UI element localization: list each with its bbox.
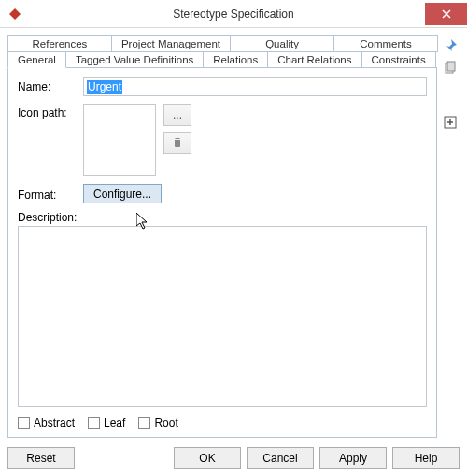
configure-button[interactable]: Configure... (83, 184, 162, 203)
checkbox-box (18, 417, 30, 429)
leaf-label: Leaf (104, 416, 125, 429)
reset-button[interactable]: Reset (7, 447, 75, 469)
browse-icon-button[interactable]: ... (163, 104, 191, 126)
apply-button[interactable]: Apply (319, 447, 387, 469)
delete-icon-button[interactable] (163, 132, 191, 154)
tab-quality[interactable]: Quality (230, 35, 334, 52)
icon-preview (83, 104, 156, 176)
format-label: Format: (18, 186, 76, 202)
tab-tagged-value-definitions[interactable]: Tagged Value Definitions (65, 51, 204, 68)
checkbox-box (138, 417, 150, 429)
ok-button[interactable]: OK (174, 447, 241, 469)
checkbox-box (88, 417, 100, 429)
tab-project-management[interactable]: Project Management (111, 35, 231, 52)
name-input-value: Urgent (87, 80, 122, 94)
side-toolbar (441, 35, 460, 438)
tab-general[interactable]: General (7, 51, 66, 68)
ellipsis-icon: ... (173, 108, 182, 121)
name-label: Name: (18, 77, 76, 93)
titlebar: Stereotype Specification (0, 0, 467, 28)
abstract-label: Abstract (34, 416, 75, 429)
tab-bar: References Project Management Quality Co… (7, 35, 437, 67)
description-label: Description: (18, 211, 427, 224)
copy-icon[interactable] (442, 60, 459, 77)
svg-rect-2 (447, 62, 455, 71)
window-title: Stereotype Specification (0, 7, 467, 21)
add-icon[interactable] (442, 114, 459, 131)
iconpath-label: Icon path: (18, 104, 76, 119)
leaf-checkbox[interactable]: Leaf (88, 416, 125, 429)
tab-chart-relations[interactable]: Chart Relations (267, 51, 361, 68)
cancel-button[interactable]: Cancel (247, 447, 314, 469)
dialog-button-bar: Reset OK Cancel Apply Help (7, 447, 460, 469)
trash-icon (172, 136, 183, 150)
general-panel: Name: Urgent Icon path: ... (7, 67, 437, 438)
tab-relations[interactable]: Relations (203, 51, 268, 68)
help-button[interactable]: Help (392, 447, 460, 469)
tab-comments[interactable]: Comments (333, 35, 438, 52)
tab-constraints[interactable]: Constraints (361, 51, 436, 68)
app-icon (7, 7, 22, 21)
svg-marker-0 (9, 8, 21, 20)
pin-icon[interactable] (442, 37, 459, 54)
tab-references[interactable]: References (7, 35, 112, 52)
close-button[interactable] (425, 3, 467, 25)
name-input[interactable]: Urgent (83, 77, 427, 96)
root-checkbox[interactable]: Root (138, 416, 177, 429)
abstract-checkbox[interactable]: Abstract (18, 416, 75, 429)
description-textarea[interactable] (18, 226, 427, 407)
root-label: Root (154, 416, 177, 429)
